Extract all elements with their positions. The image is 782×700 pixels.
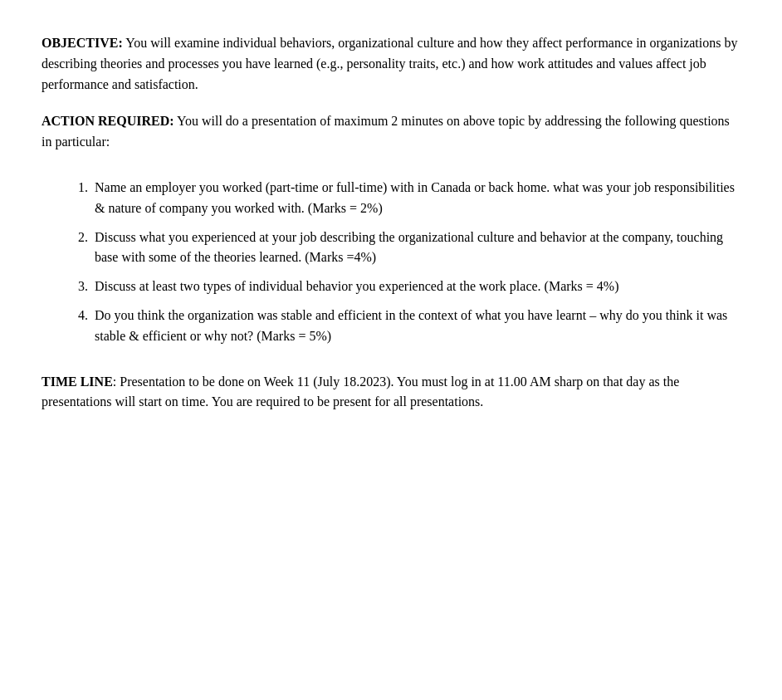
objective-paragraph: OBJECTIVE: You will examine individual b… [42,33,740,95]
objective-section: OBJECTIVE: You will examine individual b… [42,33,740,95]
list-item: Name an employer you worked (part-time o… [91,178,740,219]
timeline-paragraph: TIME LINE: Presentation to be done on We… [42,372,740,414]
objective-text: You will examine individual behaviors, o… [42,36,737,91]
questions-list: Name an employer you worked (part-time o… [91,178,740,347]
question-3-text: Discuss at least two types of individual… [95,279,619,293]
question-1-text: Name an employer you worked (part-time o… [95,180,735,215]
timeline-text: : Presentation to be done on Week 11 (Ju… [42,374,679,409]
objective-label: OBJECTIVE: [42,36,123,50]
timeline-label: TIME LINE [42,374,113,389]
action-section: ACTION REQUIRED: You will do a presentat… [42,111,740,153]
list-item: Discuss what you experienced at your job… [91,228,740,269]
question-2-text: Discuss what you experienced at your job… [95,230,723,265]
list-item: Do you think the organization was stable… [91,306,740,347]
questions-section: Name an employer you worked (part-time o… [42,178,740,347]
list-item: Discuss at least two types of individual… [91,277,740,297]
question-4-text: Do you think the organization was stable… [95,308,727,343]
timeline-section: TIME LINE: Presentation to be done on We… [42,372,740,414]
action-paragraph: ACTION REQUIRED: You will do a presentat… [42,111,740,153]
action-label: ACTION REQUIRED: [42,114,174,128]
